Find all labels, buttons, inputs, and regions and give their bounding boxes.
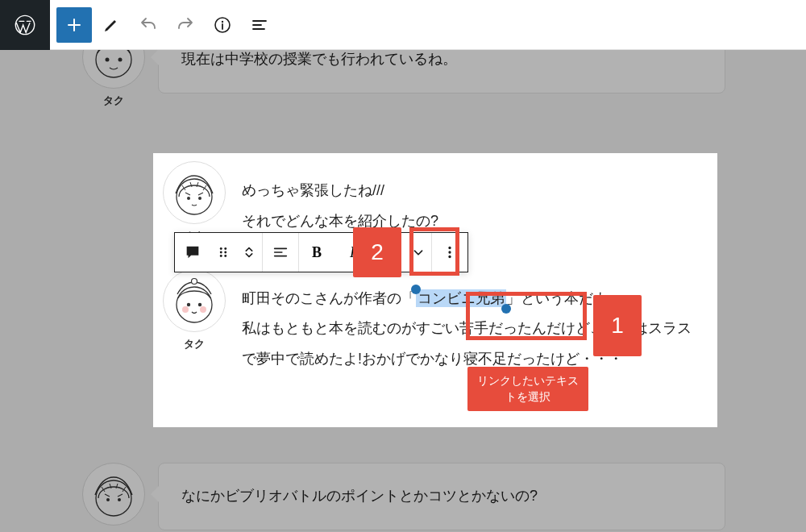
- instruction-spotlight: オタ めっちゃ緊張したね/// それでどんな本を紹介したの?: [153, 153, 717, 427]
- editor-top-toolbar: [0, 0, 806, 50]
- svg-point-9: [118, 498, 121, 501]
- info-button[interactable]: [205, 7, 240, 43]
- svg-point-14: [187, 302, 190, 305]
- bold-button[interactable]: B: [299, 233, 334, 272]
- outline-button[interactable]: [242, 7, 277, 43]
- undo-button[interactable]: [131, 7, 166, 43]
- plus-icon: [64, 15, 84, 35]
- callout-text-1: リンクしたいテキストを選択: [467, 367, 588, 411]
- svg-point-4: [106, 58, 110, 62]
- redo-button[interactable]: [168, 7, 203, 43]
- align-button[interactable]: [263, 233, 298, 272]
- undo-icon: [139, 15, 158, 35]
- face-icon: [85, 466, 142, 522]
- text-pre: 町田そのこさんが作者の「: [242, 290, 416, 306]
- face-icon: [166, 272, 222, 329]
- svg-point-17: [200, 306, 206, 313]
- svg-point-21: [220, 251, 222, 254]
- svg-point-16: [182, 306, 189, 313]
- bubble-line: めっちゃ緊張したね///: [242, 176, 709, 206]
- callout-number-2: 2: [353, 227, 401, 277]
- svg-point-12: [198, 197, 202, 200]
- callout-number-1: 1: [593, 295, 642, 356]
- callout-frame-selection: [466, 292, 587, 340]
- svg-point-18: [192, 278, 197, 284]
- list-icon: [250, 15, 269, 35]
- edit-mode-button[interactable]: [93, 7, 129, 43]
- callout-frame-link: [409, 227, 459, 276]
- selection-handle-left[interactable]: [411, 285, 421, 294]
- svg-point-11: [187, 197, 190, 200]
- svg-point-20: [224, 247, 226, 250]
- svg-point-24: [224, 255, 226, 257]
- avatar-name: タク: [184, 337, 205, 351]
- speech-icon: [184, 243, 202, 261]
- chat-row-bottom: なにかビブリオバトルのポイントとかコツとかないの?: [81, 463, 725, 530]
- svg-point-23: [220, 255, 222, 257]
- move-updown-button[interactable]: [236, 233, 262, 272]
- svg-point-2: [222, 20, 223, 22]
- face-icon: [166, 164, 222, 221]
- avatar-name: タク: [103, 94, 124, 108]
- drag-icon: [214, 243, 232, 261]
- avatar: [163, 269, 226, 332]
- info-icon: [213, 15, 232, 35]
- redo-icon: [176, 15, 195, 35]
- svg-point-15: [198, 302, 202, 305]
- svg-point-19: [220, 247, 222, 250]
- drag-handle[interactable]: [210, 233, 236, 272]
- block-type-button[interactable]: [175, 233, 210, 272]
- align-icon: [272, 243, 289, 261]
- pencil-icon: [102, 15, 121, 35]
- bubble-line: なにかビブリオバトルのポイントとかコツとかないの?: [181, 481, 702, 512]
- wordpress-logo[interactable]: [0, 0, 50, 50]
- chevron-updown-icon: [240, 243, 258, 261]
- avatar: [82, 463, 145, 526]
- chat-bubble[interactable]: なにかビブリオバトルのポイントとかコツとかないの?: [158, 463, 725, 530]
- svg-point-5: [118, 58, 123, 62]
- wordpress-icon: [14, 14, 36, 36]
- svg-point-22: [224, 251, 226, 254]
- avatar: [163, 161, 226, 224]
- svg-point-8: [106, 498, 110, 501]
- add-block-button[interactable]: [56, 7, 92, 43]
